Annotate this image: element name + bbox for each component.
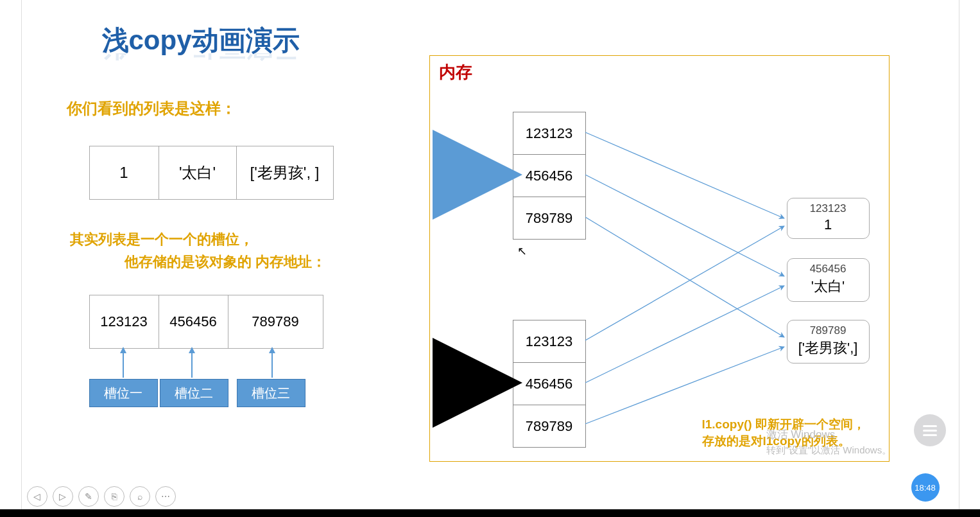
pen-icon: ✎ bbox=[85, 491, 92, 502]
more-icon: ⋯ bbox=[161, 491, 170, 502]
timestamp-value: 18:48 bbox=[915, 483, 936, 493]
l2-slot-1: 456456 bbox=[513, 363, 585, 405]
prev-button[interactable]: ◁ bbox=[27, 486, 47, 507]
slide-stage: 浅copy动画演示 浅copy动画演示 你们看到的列表是这样： 1 '太白' [… bbox=[21, 0, 959, 509]
page-button[interactable]: ⎘ bbox=[104, 486, 125, 507]
visible-list-cell-2: '太白' bbox=[159, 146, 236, 200]
more-button[interactable]: ⋯ bbox=[155, 486, 176, 507]
visible-list-cell-3: ['老男孩', ] bbox=[236, 146, 333, 200]
subtitle-slots-b: 他存储的是该对象的 内存地址： bbox=[125, 252, 326, 272]
address-cell-1: 123123 bbox=[89, 295, 159, 349]
object-1-address: 123123 bbox=[787, 202, 869, 215]
bottom-black-bar bbox=[0, 509, 980, 517]
slot-label-3: 槽位三 bbox=[237, 379, 305, 407]
object-1-value: 1 bbox=[787, 216, 869, 233]
windows-watermark-sub: 转到"设置"以激活 Windows。 bbox=[766, 444, 892, 457]
l2-slots-table: 123123 456456 789789 bbox=[513, 320, 586, 448]
slide-title: 浅copy动画演示 浅copy动画演示 bbox=[102, 22, 300, 58]
object-2-value: '太白' bbox=[787, 277, 869, 296]
l1-slot-0: 123123 bbox=[513, 112, 585, 155]
zoom-button[interactable]: ⌕ bbox=[130, 486, 150, 507]
floating-menu-button[interactable] bbox=[914, 414, 946, 446]
visible-list-cell-1: 1 bbox=[89, 146, 159, 200]
slot-label-1: 槽位一 bbox=[89, 379, 158, 407]
l1-slot-1: 456456 bbox=[513, 155, 585, 197]
object-3-address: 789789 bbox=[787, 324, 869, 337]
prev-icon: ◁ bbox=[33, 491, 40, 502]
object-box-1: 123123 1 bbox=[787, 198, 870, 239]
player-toolbar: ◁ ▷ ✎ ⎘ ⌕ ⋯ bbox=[27, 486, 176, 507]
l2-slot-0: 123123 bbox=[513, 320, 585, 363]
l1-label: l1 bbox=[433, 166, 445, 184]
l2-slot-2: 789789 bbox=[513, 405, 585, 448]
title-reflection: 浅copy动画演示 bbox=[102, 53, 300, 65]
l1-slot-2: 789789 bbox=[513, 197, 585, 240]
address-list-table: 123123 456456 789789 bbox=[89, 295, 323, 349]
object-2-address: 456456 bbox=[787, 263, 869, 276]
memory-title: 内存 bbox=[439, 61, 472, 83]
address-cell-2: 456456 bbox=[159, 295, 228, 349]
subtitle-slots-a: 其实列表是一个一个的槽位， bbox=[70, 230, 254, 249]
pen-button[interactable]: ✎ bbox=[78, 486, 99, 507]
next-icon: ▷ bbox=[59, 491, 66, 502]
title-text: 浅copy动画演示 bbox=[102, 25, 300, 55]
slot-label-2: 槽位二 bbox=[160, 379, 228, 407]
object-box-2: 456456 '太白' bbox=[787, 258, 870, 302]
next-button[interactable]: ▷ bbox=[53, 486, 73, 507]
address-cell-3: 789789 bbox=[228, 295, 323, 349]
object-3-value: ['老男孩',] bbox=[787, 338, 869, 358]
zoom-icon: ⌕ bbox=[137, 491, 142, 502]
object-box-3: 789789 ['老男孩',] bbox=[787, 320, 870, 364]
timestamp-pill[interactable]: 18:48 bbox=[911, 473, 940, 502]
page-icon: ⎘ bbox=[112, 491, 117, 502]
l1-slots-table: 123123 456456 789789 bbox=[513, 112, 586, 240]
visible-list-table: 1 '太白' ['老男孩', ] bbox=[89, 146, 334, 200]
l2-label: l2 bbox=[433, 374, 445, 392]
windows-watermark-title: 激活 Windows bbox=[766, 427, 836, 442]
subtitle-visible-list: 你们看到的列表是这样： bbox=[67, 98, 236, 119]
